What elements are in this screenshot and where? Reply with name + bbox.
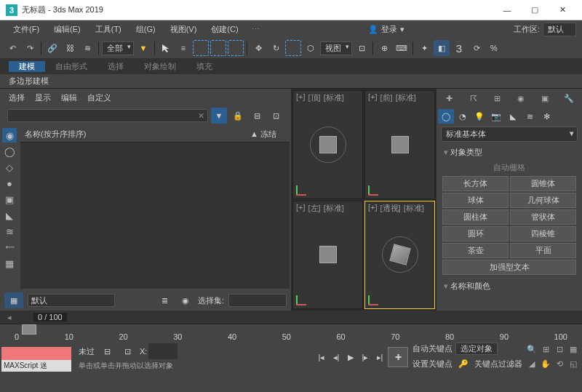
btn-teapot[interactable]: 茶壶 — [442, 243, 509, 258]
fov-icon[interactable]: ◢ — [525, 358, 538, 371]
bind-button[interactable]: ≋ — [79, 40, 95, 56]
close-button[interactable]: ✕ — [549, 0, 576, 20]
display-shapes-icon[interactable]: ◇ — [2, 160, 17, 175]
view-layer-button[interactable]: ⊡ — [268, 108, 284, 124]
selection-set-dropdown[interactable] — [228, 294, 287, 307]
btn-plane[interactable]: 平面 — [510, 243, 576, 258]
tab-populate[interactable]: 填充 — [186, 61, 223, 72]
tab-paint[interactable]: 对象绘制 — [134, 61, 186, 72]
subtab-helpers-icon[interactable]: ◣ — [505, 109, 521, 124]
keyboard-button[interactable]: ⌨ — [394, 40, 410, 56]
snap-toggle-button[interactable]: ✦ — [416, 40, 432, 56]
place-button[interactable]: ⬡ — [303, 40, 319, 56]
crossing-select-button[interactable] — [228, 40, 244, 56]
maximize-viewport-icon[interactable]: ◱ — [567, 358, 580, 371]
btn-geosphere[interactable]: 几何球体 — [510, 193, 576, 208]
orbit-icon[interactable]: ⟲ — [553, 358, 566, 371]
lock-icon[interactable]: 🔒 — [230, 108, 246, 124]
select-name-button[interactable]: ≡ — [175, 40, 191, 56]
goto-start-button[interactable]: |◂ — [315, 351, 328, 364]
zoom-extents-all-icon[interactable]: ▦ — [567, 343, 580, 356]
move-button[interactable]: ✥ — [250, 40, 266, 56]
btn-torus[interactable]: 圆环 — [442, 226, 509, 241]
display-cameras-icon[interactable]: ▣ — [2, 192, 17, 207]
workspace-selector[interactable]: 工作区: 默认 — [514, 23, 576, 36]
display-bone-icon[interactable]: ⬳ — [2, 240, 17, 255]
percent-button[interactable]: % — [486, 40, 502, 56]
menu-file[interactable]: 文件(F) — [6, 24, 47, 35]
key-target-dropdown[interactable]: 选定对象 — [455, 343, 498, 355]
btn-cylinder[interactable]: 圆柱体 — [442, 209, 509, 225]
display-all-icon[interactable]: ◉ — [2, 128, 17, 143]
angle-snap-button[interactable]: ◧ — [434, 40, 450, 56]
subtab-systems-icon[interactable]: ✻ — [538, 109, 554, 124]
menu-view[interactable]: 视图(V) — [163, 24, 204, 35]
unlink-button[interactable]: ⛓ — [62, 40, 78, 56]
display-helpers-icon[interactable]: ◣ — [2, 208, 17, 223]
lock-selection-icon[interactable]: ⊟ — [99, 343, 115, 359]
subtab-spacewarps-icon[interactable]: ≋ — [522, 109, 538, 124]
layer-dropdown[interactable]: 默认 — [28, 294, 115, 307]
setkey-button[interactable]: 设置关键点 — [412, 359, 453, 369]
tab-create-icon[interactable]: ✚ — [438, 90, 461, 106]
manipulate-button[interactable]: ⊕ — [376, 40, 392, 56]
autogrid-checkbox[interactable]: 自动栅格 — [441, 160, 578, 175]
viewport-front[interactable]: [+][前][标准] — [364, 90, 435, 199]
explorer-columns[interactable]: 名称(按升序排序) ▲ 冻结 — [20, 127, 290, 289]
column-frozen[interactable]: ▲ 冻结 — [242, 129, 285, 140]
viewport-top[interactable]: [+][顶][标准] — [292, 90, 363, 199]
maxscript-listener[interactable]: MAXScript 迷 — [1, 360, 71, 372]
btn-textplus[interactable]: 加强型文本 — [442, 260, 576, 275]
goto-end-button[interactable]: ▸| — [373, 351, 386, 364]
minimize-button[interactable]: — — [493, 0, 521, 20]
btn-pyramid[interactable]: 四棱锥 — [510, 226, 576, 241]
isolate-icon[interactable]: ⊡ — [119, 343, 135, 359]
display-groups-icon[interactable]: ▦ — [2, 256, 17, 271]
zoom-icon[interactable]: 🔍 — [525, 343, 538, 356]
rect-select-button[interactable] — [193, 40, 209, 56]
tab-motion-icon[interactable]: ◉ — [509, 90, 533, 106]
section-header-namecolor[interactable]: 名称和颜色 — [441, 279, 578, 294]
btn-sphere[interactable]: 球体 — [442, 193, 509, 208]
prev-frame-button[interactable]: ◂| — [330, 351, 343, 364]
category-dropdown[interactable]: 标准基本体 — [441, 127, 578, 142]
pan-icon[interactable]: ✋ — [539, 358, 552, 371]
menu-create[interactable]: 创建(C) — [204, 24, 245, 35]
column-name[interactable]: 名称(按升序排序) — [25, 129, 242, 140]
filter-icon[interactable]: ▼ — [135, 40, 151, 56]
explorer-menu-custom[interactable]: 自定义 — [87, 92, 111, 103]
viewport-perspective[interactable]: [+][透视][标准] — [364, 201, 435, 310]
link-button[interactable]: 🔗 — [44, 40, 60, 56]
ribbon-subtab[interactable]: 多边形建模 — [0, 74, 582, 89]
btn-cone[interactable]: 圆锥体 — [510, 176, 576, 191]
section-header-objtype[interactable]: 对象类型 — [441, 145, 578, 160]
tab-modeling[interactable]: 建模 — [9, 61, 45, 72]
tab-utilities-icon[interactable]: 🔧 — [557, 90, 581, 106]
explorer-menu-edit[interactable]: 编辑 — [61, 92, 77, 103]
clear-icon[interactable]: ✕ — [198, 111, 204, 121]
tab-freeform[interactable]: 自由形式 — [45, 61, 97, 72]
play-button[interactable]: ▶ — [344, 351, 357, 364]
explorer-menu-select[interactable]: 选择 — [9, 92, 25, 103]
tab-selection[interactable]: 选择 — [97, 61, 134, 72]
maxscript-color[interactable] — [1, 347, 71, 360]
selection-filter[interactable]: 全部 — [102, 41, 134, 55]
next-frame-button[interactable]: |▸ — [359, 351, 372, 364]
x-field[interactable] — [148, 343, 178, 359]
subtab-lights-icon[interactable]: 💡 — [471, 109, 487, 124]
explorer-menu-display[interactable]: 显示 — [35, 92, 51, 103]
hierarchy-icon[interactable]: ◉ — [178, 292, 194, 308]
filter-selection-button[interactable]: ▼ — [211, 108, 227, 124]
select-object-button[interactable] — [158, 40, 174, 56]
menu-more-icon[interactable]: ⋯ — [252, 25, 260, 34]
view-children-button[interactable]: ⊟ — [249, 108, 265, 124]
layers-icon[interactable]: ≣ — [157, 292, 173, 308]
display-lights-icon[interactable]: ● — [2, 176, 17, 191]
subtab-shapes-icon[interactable]: ◔ — [455, 109, 471, 124]
display-spacewarps-icon[interactable]: ≋ — [2, 224, 17, 239]
undo-button[interactable]: ↶ — [4, 40, 20, 56]
keyfilter-button[interactable]: 关键点过滤器 — [474, 359, 522, 369]
percent-snap-button[interactable]: 3 — [451, 40, 467, 56]
tab-display-icon[interactable]: ▣ — [533, 90, 557, 106]
timeline[interactable]: 0102030405060708090100 — [0, 324, 582, 341]
